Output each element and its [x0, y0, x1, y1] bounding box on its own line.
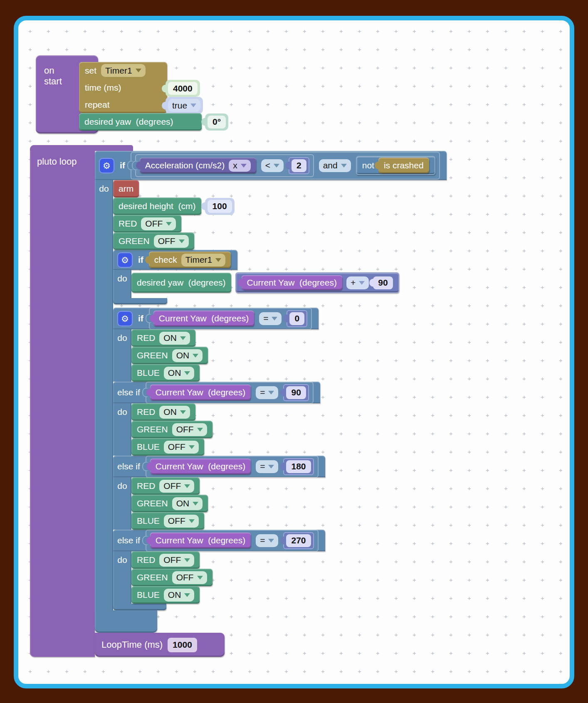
timer-if-do-spine: do	[113, 270, 131, 298]
do-spine: do	[113, 477, 131, 530]
led-state: OFF	[176, 572, 194, 582]
arm-block[interactable]: arm	[113, 180, 139, 197]
height-value-field[interactable]: 100	[208, 200, 232, 213]
current-yaw-sensor-block[interactable]: Current Yaw (degrees)	[150, 385, 251, 400]
main-if-block[interactable]: if Acceleration (cm/s2) x	[95, 151, 447, 633]
yaw-value-field[interactable]: 0	[289, 312, 304, 325]
acceleration-label: Acceleration (cm/s2)	[145, 160, 225, 170]
timer-select-dropdown[interactable]: Timer1	[101, 64, 146, 77]
desired-yaw-statement[interactable]: desired yaw (degrees)	[131, 273, 231, 293]
equals-dropdown[interactable]: =	[256, 534, 278, 547]
equals-dropdown[interactable]: =	[256, 386, 278, 399]
led-red-block[interactable]: RED ON	[131, 329, 195, 347]
math-operator-dropdown[interactable]: +	[346, 276, 369, 289]
loop-time-field[interactable]: 1000	[168, 638, 197, 652]
led-state-dropdown[interactable]: OFF	[172, 571, 207, 584]
yaw-value-field[interactable]: 180	[286, 460, 311, 473]
timer-select-dropdown[interactable]: Timer1	[181, 254, 226, 266]
comparison-container[interactable]: Acceleration (cm/s2) x <	[135, 154, 314, 177]
timer-if-block[interactable]: if check Timer1	[113, 250, 399, 304]
led-state-dropdown[interactable]: ON	[159, 332, 190, 345]
time-value-field[interactable]: 4000	[168, 82, 198, 95]
led-state-dropdown[interactable]: OFF	[141, 217, 176, 230]
led-state-dropdown[interactable]: OFF	[172, 423, 207, 436]
led-red-block[interactable]: RED OFF	[131, 551, 200, 569]
led-state: OFF	[168, 516, 185, 526]
gear-icon[interactable]	[117, 252, 133, 268]
led-state-dropdown[interactable]: ON	[164, 367, 195, 380]
chevron-down-icon	[241, 164, 247, 168]
led-green-block[interactable]: GREEN ON	[131, 347, 208, 364]
led-name: RED	[119, 219, 137, 229]
not-block[interactable]: not is crashed	[356, 156, 435, 175]
check-timer-block[interactable]: check Timer1	[149, 252, 231, 268]
repeat-row: repeat	[79, 96, 167, 113]
led-state-dropdown[interactable]: OFF	[164, 441, 199, 454]
led-state: OFF	[168, 442, 185, 452]
pluto-loop-block[interactable]: pluto loop if Acceleration (cm/s2)	[30, 145, 447, 657]
yaw-condition[interactable]: Current Yaw (degrees) = 0	[149, 308, 312, 330]
led-state-dropdown[interactable]: ON	[172, 497, 203, 510]
do-spine: do	[113, 551, 131, 604]
led-blue-block[interactable]: BLUE ON	[131, 586, 200, 604]
led-state-dropdown[interactable]: OFF	[164, 515, 199, 528]
led-blue-block[interactable]: BLUE OFF	[131, 512, 204, 530]
current-yaw-sensor-block[interactable]: Current Yaw (degrees)	[150, 533, 251, 548]
led-green-block[interactable]: GREEN ON	[131, 495, 208, 512]
gear-icon[interactable]	[117, 311, 133, 326]
gear-icon[interactable]	[99, 158, 114, 173]
loop-time-row[interactable]: LoopTime (ms) 1000	[95, 633, 225, 657]
yaw-chain-if-block[interactable]: if Current Yaw (degrees) =	[113, 308, 325, 610]
led-name: GREEN	[137, 424, 168, 434]
timer-select-value: Timer1	[185, 255, 212, 265]
equals-dropdown[interactable]: =	[259, 312, 282, 325]
axis-dropdown[interactable]: x	[229, 160, 251, 172]
led-green-block[interactable]: GREEN OFF	[131, 421, 212, 438]
comparison-operator-dropdown[interactable]: <	[261, 159, 284, 172]
math-expression-block[interactable]: Current Yaw (degrees) + 90	[235, 272, 399, 293]
led-red-block[interactable]: RED OFF	[131, 477, 200, 495]
math-value-field[interactable]: 90	[373, 276, 393, 289]
repeat-value-dropdown[interactable]: true	[168, 99, 200, 112]
current-yaw-sensor-block[interactable]: Current Yaw (degrees)	[153, 311, 254, 326]
led-blue-block[interactable]: BLUE OFF	[131, 438, 204, 456]
chevron-down-icon	[184, 371, 190, 375]
equals-dropdown[interactable]: =	[256, 460, 278, 473]
led-state-dropdown[interactable]: ON	[164, 589, 195, 602]
led-name: BLUE	[137, 368, 160, 378]
acceleration-sensor-block[interactable]: Acceleration (cm/s2) x	[140, 158, 256, 173]
yaw-value-field[interactable]: 270	[286, 534, 311, 547]
do-spine: do	[113, 329, 131, 382]
led-green-block[interactable]: GREEN OFF	[131, 569, 212, 586]
current-yaw-sensor-block[interactable]: Current Yaw (degrees)	[242, 275, 342, 290]
yaw-condition[interactable]: Current Yaw (degrees) = 270	[146, 530, 319, 552]
yaw-condition[interactable]: Current Yaw (degrees) = 90	[146, 382, 314, 404]
desired-height-block[interactable]: desired height (cm)	[113, 197, 201, 215]
led-state-dropdown[interactable]: ON	[159, 406, 190, 419]
chevron-down-icon	[184, 593, 190, 597]
and-condition-container[interactable]: Acceleration (cm/s2) x <	[131, 152, 440, 180]
led-green-block[interactable]: GREEN OFF	[113, 232, 194, 250]
logic-combiner-dropdown[interactable]: and	[319, 159, 351, 172]
led-state-dropdown[interactable]: OFF	[159, 480, 194, 493]
current-yaw-sensor-block[interactable]: Current Yaw (degrees)	[150, 459, 251, 474]
blockly-canvas[interactable]: ++++++++++++++++++++++++++++++++++++++++…	[18, 20, 570, 684]
led-red-block[interactable]: RED ON	[131, 403, 195, 421]
led-blue-block[interactable]: BLUE ON	[131, 364, 200, 382]
comparison-value-field[interactable]: 2	[292, 159, 306, 172]
timer-select-value: Timer1	[105, 66, 132, 76]
led-state-dropdown[interactable]: ON	[172, 349, 203, 362]
chevron-down-icon	[193, 354, 198, 358]
yaw-value-field[interactable]: 0°	[208, 116, 226, 128]
chevron-down-icon	[184, 484, 190, 488]
desired-yaw-statement[interactable]: desired yaw (degrees)	[79, 113, 202, 131]
set-timer-block[interactable]: set Timer1 time (ms) repeat 4000	[79, 62, 167, 113]
led-state-dropdown[interactable]: OFF	[154, 235, 189, 248]
is-crashed-block[interactable]: is crashed	[378, 158, 429, 173]
led-state-dropdown[interactable]: OFF	[159, 554, 194, 567]
led-red-block[interactable]: RED OFF	[113, 215, 181, 232]
pluto-loop-container[interactable]	[30, 145, 95, 657]
yaw-condition[interactable]: Current Yaw (degrees) = 180	[146, 456, 319, 478]
equals-operator: =	[263, 313, 268, 323]
yaw-value-field[interactable]: 90	[286, 386, 306, 399]
